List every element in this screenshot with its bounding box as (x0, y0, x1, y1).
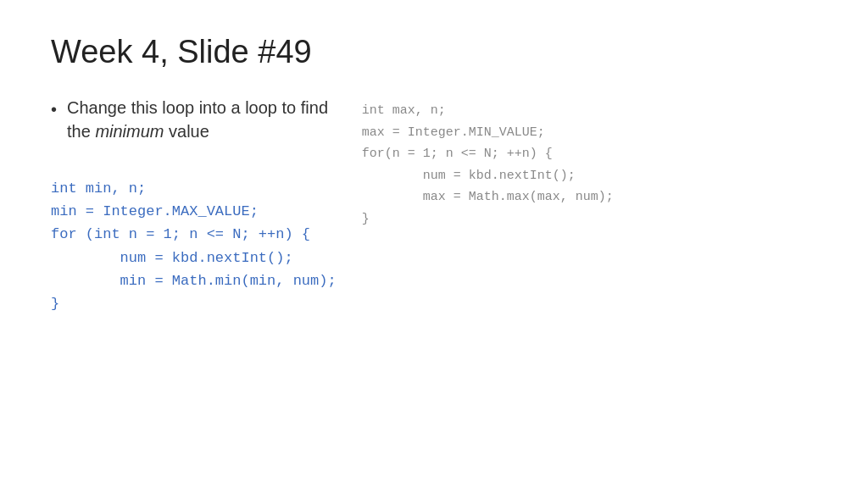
answer-code-line-6: } (51, 292, 337, 315)
original-code-line-2: max = Integer.MIN_VALUE; (362, 122, 817, 144)
original-code-line-1: int max, n; (362, 100, 817, 122)
bullet-section: • Change this loop into a loop to find t… (51, 96, 337, 315)
bullet-dot: • (51, 97, 57, 121)
slide-title: Week 4, Slide #49 (51, 34, 817, 70)
original-code-line-6: } (362, 208, 817, 230)
bullet-text: Change this loop into a loop to find the… (67, 96, 337, 143)
slide: Week 4, Slide #49 • Change this loop int… (0, 0, 868, 488)
answer-code-line-1: int min, n; (51, 177, 337, 200)
original-code-line-5: max = Math.max(max, num); (362, 186, 817, 208)
bullet-text-after: value (164, 122, 209, 141)
answer-code-line-2: min = Integer.MAX_VALUE; (51, 200, 337, 223)
original-code-line-3: for(n = 1; n <= N; ++n) { (362, 143, 817, 165)
answer-code-line-3: for (int n = 1; n <= N; ++n) { (51, 223, 337, 246)
original-code-line-4: num = kbd.nextInt(); (362, 165, 817, 187)
answer-code-line-5: min = Math.min(min, num); (51, 269, 337, 292)
answer-code-block: int min, n; min = Integer.MAX_VALUE; for… (51, 177, 337, 315)
content-area: • Change this loop into a loop to find t… (51, 96, 817, 315)
original-code-block: int max, n; max = Integer.MIN_VALUE; for… (362, 96, 817, 230)
answer-code-line-4: num = kbd.nextInt(); (51, 247, 337, 269)
bullet-italic: minimum (95, 122, 164, 141)
bullet-point: • Change this loop into a loop to find t… (51, 96, 337, 143)
